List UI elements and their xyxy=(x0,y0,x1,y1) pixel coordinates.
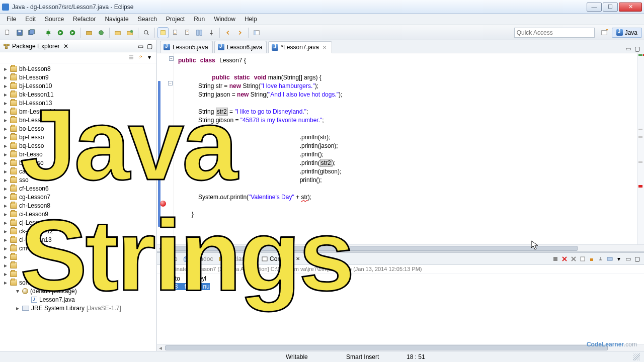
menu-run[interactable]: Run xyxy=(189,14,209,25)
console-scrolllock-button[interactable] xyxy=(588,255,596,263)
project-row[interactable]: ▸bk-Lesson11 xyxy=(0,90,156,99)
editor-max-button[interactable]: ▢ xyxy=(633,45,641,53)
editor-min-button[interactable]: ▭ xyxy=(624,45,632,53)
project-tree[interactable]: ▸bh-Lesson8▸bi-Lesson9▸bj-Lesson10▸bk-Le… xyxy=(0,63,156,351)
layout-button[interactable] xyxy=(194,27,205,38)
prev-ann-button[interactable] xyxy=(182,27,193,38)
console-stopremove-button[interactable] xyxy=(551,255,559,263)
menu-window[interactable]: Window xyxy=(209,14,240,25)
openfolder-button[interactable] xyxy=(112,27,123,38)
tree-row[interactable]: Lesson7.java xyxy=(0,295,156,304)
project-row[interactable]: ▸ xyxy=(0,269,156,278)
tab-javadoc[interactable]: @Javadoc xyxy=(183,255,213,262)
save-button[interactable] xyxy=(14,27,25,38)
view-max-button[interactable]: ▢ xyxy=(145,42,153,50)
project-row[interactable]: ▸ xyxy=(0,261,156,269)
close-tab-icon[interactable]: ✕ xyxy=(321,45,328,50)
editor-hscroll[interactable]: ◂ xyxy=(157,244,644,251)
project-row[interactable]: ▸cf-Lesson6 xyxy=(0,184,156,193)
back-button[interactable] xyxy=(222,27,233,38)
run-button[interactable] xyxy=(55,27,66,38)
tab-problems[interactable]: Pro xyxy=(160,255,178,262)
project-row[interactable]: ▸ sso xyxy=(0,175,156,184)
project-row[interactable]: ▸bo-Lesso xyxy=(0,124,156,133)
resize-grip-icon[interactable] xyxy=(633,353,640,360)
menu-project[interactable]: Project xyxy=(162,14,189,25)
project-row[interactable]: ▸bh-Lesson8 xyxy=(0,64,156,73)
project-row[interactable]: ▸bj-Lesson10 xyxy=(0,81,156,90)
saveall-button[interactable] xyxy=(26,27,37,38)
menu-help[interactable]: Help xyxy=(240,14,262,25)
pin-button[interactable] xyxy=(206,27,217,38)
java-perspective-badge[interactable]: Java xyxy=(612,28,642,38)
code-editor[interactable]: − − public class Lesson7 { public static… xyxy=(157,53,644,244)
toggle-mark-button[interactable] xyxy=(157,27,169,38)
project-row[interactable]: ▸br-Lesso xyxy=(0,150,156,158)
project-row[interactable]: ▸ck-Lesson12 xyxy=(0,227,156,235)
overview-ruler[interactable] xyxy=(637,53,644,244)
console-hscroll[interactable]: ◂ xyxy=(157,344,644,351)
opentype-button[interactable] xyxy=(124,27,135,38)
project-row[interactable]: ▸ch-Lesson8 xyxy=(0,201,156,210)
open-perspective-button[interactable]: + xyxy=(599,27,610,38)
tab-lesson6[interactable]: Lesson6.java xyxy=(214,41,267,53)
fold-icon[interactable]: − xyxy=(169,56,174,61)
tab-lesson5[interactable]: Lesson5.java xyxy=(160,41,213,53)
project-row[interactable]: ▸ca-Lesso xyxy=(0,167,156,175)
project-row[interactable]: ▸bs-Lesso xyxy=(0,158,156,167)
view-menu-button[interactable]: ▾ xyxy=(145,53,153,61)
project-row[interactable]: ▸bp-Lesso xyxy=(0,133,156,141)
tree-row[interactable]: ▸JRE System Library [JavaSE-1.7] xyxy=(0,304,156,312)
close-button[interactable]: ✕ xyxy=(619,3,642,12)
project-row[interactable]: ▸cg-Lesson7 xyxy=(0,193,156,201)
perspective-button[interactable] xyxy=(251,27,262,38)
menu-search[interactable]: Search xyxy=(133,14,162,25)
console-clear-button[interactable] xyxy=(579,255,587,263)
console-display-button[interactable] xyxy=(606,255,614,263)
tab-console[interactable]: Console✕ xyxy=(262,255,300,262)
project-row[interactable]: ▸cj-Lesson10 xyxy=(0,218,156,227)
newpkg-button[interactable] xyxy=(84,27,95,38)
tab-declaration[interactable]: Declaration xyxy=(218,255,257,262)
console-max-button[interactable]: ▢ xyxy=(633,255,641,263)
project-row[interactable]: ▸ xyxy=(0,252,156,261)
tab-lesson7[interactable]: *Lesson7.java✕ xyxy=(268,41,332,53)
search-button[interactable] xyxy=(141,27,152,38)
menu-refactor[interactable]: Refactor xyxy=(68,14,100,25)
menu-navigate[interactable]: Navigate xyxy=(100,14,133,25)
view-min-button[interactable]: ▭ xyxy=(136,42,144,50)
console-removesome-button[interactable] xyxy=(570,255,578,263)
code-area[interactable]: public class Lesson7 { public static voi… xyxy=(174,53,637,244)
project-row[interactable]: ▸bm-Lesson14 xyxy=(0,107,156,116)
maximize-button[interactable]: ☐ xyxy=(603,3,618,12)
console-output[interactable]: lik to to eyl 45878 fa nu xyxy=(157,274,644,344)
menu-file[interactable]: File xyxy=(2,14,21,25)
collapse-all-button[interactable] xyxy=(127,53,135,61)
view-close-icon[interactable]: ✕ xyxy=(62,42,70,50)
quick-access-input[interactable] xyxy=(514,28,595,38)
project-row[interactable]: ▸bq-Lesso xyxy=(0,141,156,150)
debug-button[interactable] xyxy=(43,27,54,38)
tree-row[interactable]: ▾(default package) xyxy=(0,287,156,295)
minimize-button[interactable]: — xyxy=(587,3,602,12)
menu-source[interactable]: Source xyxy=(40,14,68,25)
console-pin-button[interactable] xyxy=(597,255,605,263)
runlast-button[interactable] xyxy=(67,27,78,38)
project-row[interactable]: ▸bi-Lesson9 xyxy=(0,73,156,81)
link-editor-button[interactable] xyxy=(136,53,144,61)
project-row[interactable]: ▸bn-Lesson15 xyxy=(0,116,156,124)
project-row[interactable]: ▸son6 xyxy=(0,278,156,287)
fwd-button[interactable] xyxy=(234,27,246,38)
new-button[interactable] xyxy=(2,27,13,38)
project-row[interactable]: ▸cm-L xyxy=(0,244,156,252)
project-row[interactable]: ▸ci-Lesson9 xyxy=(0,210,156,218)
menu-edit[interactable]: Edit xyxy=(21,14,40,25)
newclass-button[interactable] xyxy=(96,27,107,38)
console-newview-button[interactable]: ▾ xyxy=(615,255,623,263)
console-removeall-button[interactable] xyxy=(560,255,569,263)
next-ann-button[interactable] xyxy=(170,27,181,38)
fold-icon[interactable]: − xyxy=(168,81,173,85)
project-row[interactable]: ▸bl-Lesson13 xyxy=(0,99,156,107)
project-row[interactable]: ▸cl-Lesson13 xyxy=(0,235,156,244)
console-min-button[interactable]: ▭ xyxy=(624,255,632,263)
